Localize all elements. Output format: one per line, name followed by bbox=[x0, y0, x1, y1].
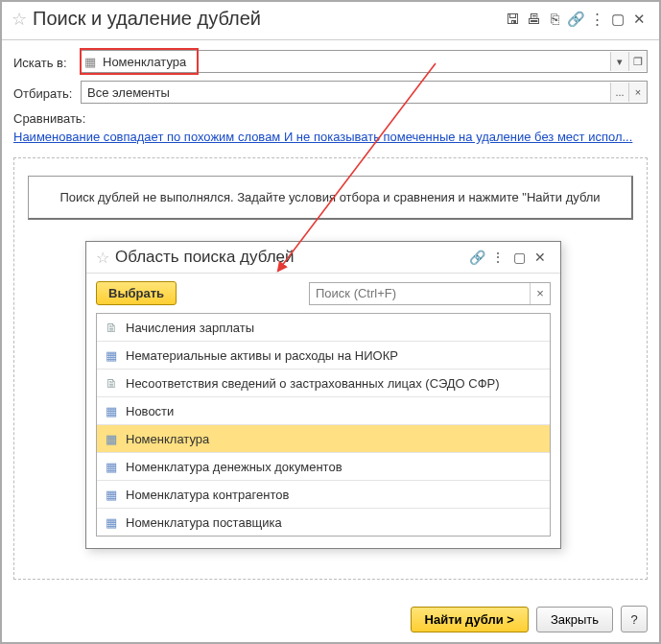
popup-toolbar: Выбрать × bbox=[86, 274, 560, 313]
list-item[interactable]: ▦Номенклатура поставщика bbox=[97, 509, 550, 536]
info-panel: Поиск дублей не выполнялся. Задайте усло… bbox=[28, 176, 633, 220]
compare-label: Сравнивать: bbox=[13, 111, 648, 126]
popup-list: 🗎Начисления зарплаты▦Нематериальные акти… bbox=[96, 313, 551, 537]
list-item[interactable]: ▦Номенклатура контрагентов bbox=[97, 481, 550, 509]
table-icon: ▦ bbox=[103, 488, 120, 502]
search-area-popup: ☆ Область поиска дублей 🔗 ⋮ ▢ ✕ Выбрать … bbox=[85, 241, 561, 549]
search-in-label: Искать в: bbox=[13, 54, 81, 70]
popup-maximize-icon[interactable]: ▢ bbox=[508, 250, 530, 265]
titlebar: ☆ Поиск и удаление дублей 🖫 🖶 ⎘ 🔗 ⋮ ▢ ✕ bbox=[2, 2, 659, 40]
popup-titlebar: ☆ Область поиска дублей 🔗 ⋮ ▢ ✕ bbox=[86, 242, 560, 274]
save-icon[interactable]: 🖫 bbox=[502, 11, 523, 27]
filter-dots-button[interactable]: ... bbox=[610, 83, 628, 102]
search-in-row: Искать в: ▦ Номенклатура ▾ ❐ bbox=[13, 50, 648, 73]
list-item-label: Номенклатура контрагентов bbox=[126, 488, 289, 502]
document-icon: 🗎 bbox=[103, 376, 120, 391]
search-in-field[interactable]: ▦ Номенклатура ▾ ❐ bbox=[81, 50, 648, 73]
more-icon[interactable]: ⋮ bbox=[586, 11, 607, 28]
popup-search-box: × bbox=[309, 282, 551, 305]
list-item[interactable]: ▦Нематериальные активы и расходы на НИОК… bbox=[97, 342, 550, 370]
list-item-label: Несоответствия сведений о застрахованных… bbox=[126, 376, 500, 391]
form-area: Искать в: ▦ Номенклатура ▾ ❐ Отбирать: В… bbox=[2, 40, 659, 144]
select-button[interactable]: Выбрать bbox=[96, 281, 177, 305]
table-icon: ▦ bbox=[103, 460, 120, 474]
info-text: Поиск дублей не выполнялся. Задайте усло… bbox=[59, 190, 600, 204]
link-icon[interactable]: 🔗 bbox=[565, 11, 586, 28]
list-item[interactable]: ▦Номенклатура денежных документов bbox=[97, 453, 550, 481]
compare-row: Сравнивать: Наименование совпадает по по… bbox=[13, 111, 648, 144]
search-in-dropdown-button[interactable]: ▾ bbox=[610, 52, 628, 71]
table-icon: ▦ bbox=[103, 404, 120, 418]
favorite-star-icon[interactable]: ☆ bbox=[12, 9, 27, 30]
filter-clear-button[interactable]: × bbox=[628, 83, 647, 102]
find-duplicates-button[interactable]: Найти дубли > bbox=[411, 607, 529, 632]
table-icon: ▦ bbox=[103, 432, 120, 446]
filter-field[interactable]: Все элементы ... × bbox=[81, 81, 648, 104]
filter-value: Все элементы bbox=[82, 85, 610, 100]
table-icon: ▦ bbox=[103, 515, 120, 530]
popup-title: Область поиска дублей bbox=[115, 248, 466, 267]
popup-more-icon[interactable]: ⋮ bbox=[487, 250, 508, 265]
filter-row: Отбирать: Все элементы ... × bbox=[13, 81, 648, 104]
list-item[interactable]: ▦Новости bbox=[97, 397, 550, 425]
print-icon[interactable]: 🖶 bbox=[523, 11, 544, 27]
maximize-icon[interactable]: ▢ bbox=[607, 11, 628, 28]
list-item[interactable]: 🗎Начисления зарплаты bbox=[97, 314, 550, 342]
document-icon: 🗎 bbox=[103, 321, 120, 335]
list-item[interactable]: ▦Номенклатура bbox=[97, 425, 550, 453]
content-box: Поиск дублей не выполнялся. Задайте усло… bbox=[13, 157, 648, 580]
popup-link-icon[interactable]: 🔗 bbox=[466, 250, 487, 265]
window-title: Поиск и удаление дублей bbox=[33, 8, 502, 30]
table-icon: ▦ bbox=[103, 348, 120, 363]
search-in-open-button[interactable]: ❐ bbox=[628, 52, 647, 71]
list-item-label: Новости bbox=[126, 404, 174, 418]
bottom-bar: Найти дубли > Закрыть ? bbox=[411, 606, 648, 632]
popup-star-icon[interactable]: ☆ bbox=[96, 249, 109, 267]
list-item-label: Нематериальные активы и расходы на НИОКР bbox=[126, 348, 398, 363]
popup-close-icon[interactable]: ✕ bbox=[530, 250, 551, 265]
popup-search-input[interactable] bbox=[310, 283, 530, 304]
list-item-label: Номенклатура bbox=[126, 432, 209, 446]
close-button[interactable]: Закрыть bbox=[536, 607, 613, 632]
list-item-label: Номенклатура поставщика bbox=[126, 515, 282, 530]
list-item[interactable]: 🗎Несоответствия сведений о застрахованны… bbox=[97, 370, 550, 397]
close-icon[interactable]: ✕ bbox=[628, 11, 649, 28]
search-in-value: Номенклатура bbox=[99, 55, 610, 69]
preview-icon[interactable]: ⎘ bbox=[544, 11, 565, 27]
table-icon: ▦ bbox=[82, 55, 99, 69]
main-window: ☆ Поиск и удаление дублей 🖫 🖶 ⎘ 🔗 ⋮ ▢ ✕ … bbox=[0, 0, 661, 644]
help-button[interactable]: ? bbox=[621, 606, 648, 632]
filter-label: Отбирать: bbox=[13, 84, 81, 101]
list-item-label: Начисления зарплаты bbox=[126, 321, 254, 335]
compare-criteria-link[interactable]: Наименование совпадает по похожим словам… bbox=[13, 130, 648, 144]
list-item-label: Номенклатура денежных документов bbox=[126, 460, 342, 474]
popup-search-clear-button[interactable]: × bbox=[530, 283, 550, 304]
